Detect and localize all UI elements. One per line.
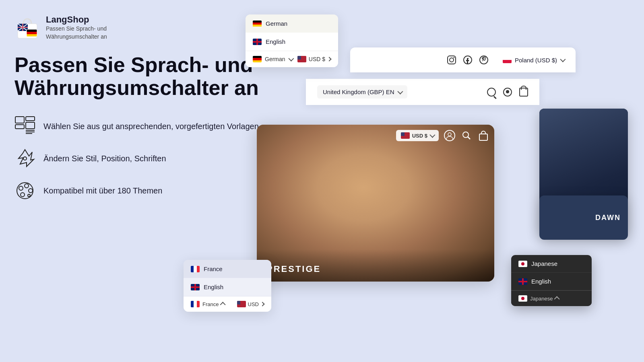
prestige-search-icon[interactable]	[460, 130, 473, 142]
footer-lang-label: German	[265, 56, 285, 62]
prestige-toolbar: USD $	[396, 130, 489, 142]
svg-point-26	[28, 194, 30, 197]
footer-lang-selector[interactable]: German	[253, 56, 293, 62]
france-footer-currency[interactable]: USD	[237, 301, 264, 307]
app-name: LangShop	[46, 14, 107, 25]
svg-rect-9	[27, 32, 37, 34]
bag-icon[interactable]	[519, 88, 528, 97]
prestige-chevron-icon	[429, 132, 435, 138]
language-dropdown-top: German English German USD $	[246, 14, 338, 67]
svg-point-22	[19, 186, 23, 190]
prestige-theme-label: PRESTIGE	[266, 264, 321, 274]
feature-item-3: Kompatibel mit über 180 Themen	[14, 180, 264, 201]
prestige-user-icon[interactable]	[444, 130, 456, 142]
uk-selector-label: United Kingdom (GBP) EN	[323, 88, 394, 95]
footer-japan-flag	[518, 295, 527, 302]
svg-rect-12	[15, 117, 24, 123]
svg-rect-36	[479, 134, 487, 140]
france-usd-flag	[237, 301, 246, 307]
uk-chevron-icon	[397, 88, 403, 94]
feature-item-2: Ändern Sie Stil, Position, Schriften	[14, 148, 264, 169]
prestige-currency[interactable]: USD $	[396, 130, 439, 141]
poland-currency-selector[interactable]: Poland (USD $)	[503, 57, 564, 64]
facebook-icon[interactable]	[462, 55, 473, 65]
dropdown-item-english-japanese[interactable]: English	[511, 273, 592, 290]
svg-point-24	[29, 189, 33, 193]
german-label: German	[266, 20, 287, 27]
japanese-label: Japanese	[531, 260, 557, 267]
dropdown-item-france[interactable]: France	[184, 260, 271, 278]
footer-german-flag	[253, 56, 262, 62]
footer-japanese-label: Japanese	[530, 296, 553, 302]
templates-icon	[14, 116, 35, 137]
logo-text-block: LangShop Passen Sie Sprach- und Währungs…	[46, 14, 107, 41]
feature-text-3: Kompatibel mit über 180 Themen	[43, 185, 162, 196]
france-label: France	[204, 265, 223, 272]
social-icons	[446, 55, 489, 65]
france-chevron-right-icon	[260, 302, 264, 306]
dropdown-item-german[interactable]: German	[246, 14, 338, 33]
prestige-bag-icon[interactable]	[477, 130, 489, 142]
app-tagline: Passen Sie Sprach- und Währungsumschalte…	[46, 25, 107, 41]
feature-list: Wählen Sie aus gut ansprechenden, vorgef…	[14, 116, 264, 201]
svg-point-32	[444, 130, 455, 141]
instagram-icon[interactable]	[446, 55, 457, 65]
german-flag-icon	[253, 21, 262, 27]
poland-flag-icon	[503, 57, 512, 63]
france-flag-icon	[191, 266, 200, 272]
uk-flag-france-dropdown	[191, 284, 200, 290]
footer-france-label: France	[202, 301, 219, 307]
dropdown-japanese-footer: Japanese	[511, 290, 592, 306]
left-section: LangShop Passen Sie Sprach- und Währungs…	[14, 14, 264, 201]
svg-point-33	[448, 133, 451, 136]
dawn-card: DAWN	[539, 195, 628, 240]
dropdown-item-english-france[interactable]: English	[184, 278, 271, 296]
langshop-logo-icon	[14, 15, 40, 41]
france-usd-label: USD	[248, 301, 259, 307]
feature-item-1: Wählen Sie aus gut ansprechenden, vorgef…	[14, 116, 264, 137]
svg-line-35	[468, 137, 470, 139]
svg-rect-13	[15, 125, 24, 129]
english-label-japanese: English	[531, 278, 551, 285]
search-icon[interactable]	[487, 88, 496, 97]
japan-flag-icon	[518, 261, 527, 267]
english-label-top: English	[266, 38, 285, 45]
us-flag-icon	[297, 56, 306, 62]
footer-france-flag	[191, 301, 200, 307]
dropdown-item-japanese[interactable]: Japanese	[511, 255, 592, 273]
svg-point-23	[25, 184, 29, 188]
chevron-down-icon	[288, 56, 294, 62]
logo-row: LangShop Passen Sie Sprach- und Währungs…	[14, 14, 264, 41]
dropdown-france-footer: France USD	[184, 296, 271, 312]
user-icon[interactable]	[503, 88, 512, 97]
uk-flag-japanese-dropdown	[518, 278, 527, 285]
svg-rect-10	[27, 34, 37, 37]
prestige-us-flag	[401, 132, 410, 139]
poland-selector-label: Poland (USD $)	[515, 57, 557, 64]
prestige-card: USD $ PRESTIGE	[257, 125, 494, 282]
main-heading: Passen Sie Sprach- und Währungsumschalte…	[14, 53, 264, 99]
france-footer-lang[interactable]: France	[191, 301, 225, 307]
pinterest-icon[interactable]	[479, 55, 489, 65]
japanese-chevron-up-icon	[554, 296, 560, 302]
svg-point-29	[453, 57, 454, 58]
dropdown-item-english-top[interactable]: English	[246, 33, 338, 51]
prestige-currency-label: USD $	[412, 133, 427, 139]
poland-chevron-icon	[560, 57, 566, 62]
svg-rect-15	[26, 122, 35, 129]
footer-currency-selector[interactable]: USD $	[297, 56, 331, 62]
dropdown-footer-top: German USD $	[246, 51, 338, 67]
language-dropdown-france: France English France USD	[184, 260, 271, 312]
prestige-overlay: PRESTIGE	[257, 249, 494, 282]
dawn-theme-label: DAWN	[595, 214, 621, 222]
france-chevron-up-icon	[220, 302, 226, 307]
chevron-right-icon	[327, 57, 331, 61]
japanese-footer-lang[interactable]: Japanese	[518, 295, 559, 302]
footer-currency-label: USD $	[309, 56, 325, 62]
svg-point-34	[463, 132, 469, 138]
uk-selector[interactable]: United Kingdom (GBP) EN	[317, 85, 407, 99]
svg-point-28	[450, 58, 454, 62]
style-icon	[14, 148, 35, 169]
palette-icon	[14, 180, 35, 201]
uk-flag-icon	[253, 39, 262, 45]
